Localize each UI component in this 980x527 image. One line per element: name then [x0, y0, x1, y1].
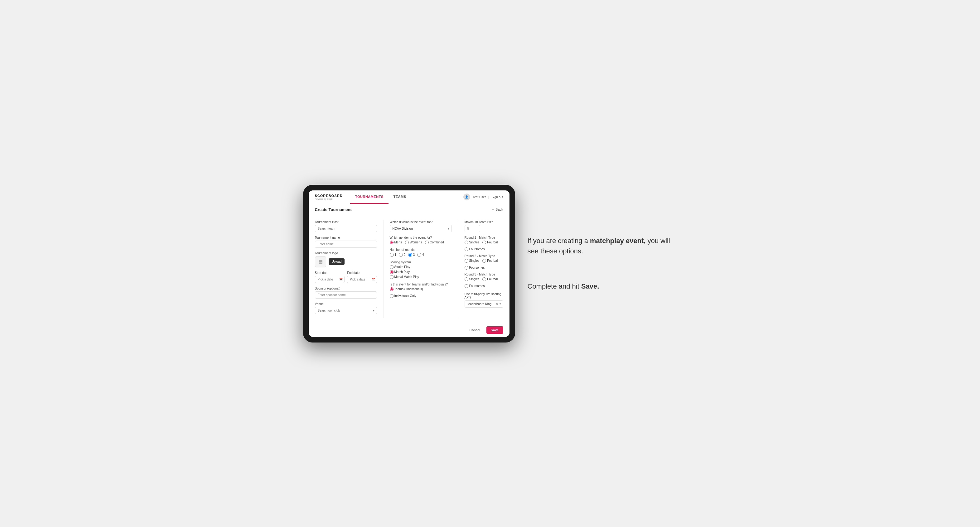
brand-scoreboard: SCOREBOARD [315, 194, 343, 198]
scoring-stroke[interactable]: Stroke Play [390, 265, 410, 269]
round3-foursomes-radio[interactable] [465, 284, 468, 288]
tab-teams[interactable]: TEAMS [388, 190, 411, 204]
venue-input[interactable] [315, 307, 377, 314]
round3-label: Round 3 - Match Type [465, 273, 503, 276]
venue-label: Venue [315, 302, 377, 306]
round-1[interactable]: 1 [390, 253, 397, 257]
annotation-top: If you are creating a matchplay event, y… [528, 236, 677, 256]
logo-area: Upload [315, 256, 377, 267]
gender-group: Which gender is the event for? Mens Wome… [390, 236, 452, 244]
form-layout: Tournament Host Tournament name Tourname… [309, 215, 509, 323]
api-remove-icon[interactable]: ✕ [495, 302, 498, 306]
gender-combined-label: Combined [430, 241, 444, 244]
rounds-label: Number of rounds [390, 248, 452, 251]
user-avatar: 👤 [463, 194, 470, 200]
round1-match-section: Round 1 - Match Type Singles Fourball [465, 236, 503, 251]
round-1-radio[interactable] [390, 253, 394, 257]
tablet-device: SCOREBOARD Powered by clippit TOURNAMENT… [303, 185, 515, 343]
end-date-input[interactable] [347, 276, 377, 283]
rounds-group: Number of rounds 1 2 [390, 248, 452, 257]
gender-combined-radio[interactable] [425, 241, 429, 244]
scoring-stroke-radio[interactable] [390, 265, 393, 269]
gender-womens[interactable]: Womens [405, 241, 422, 244]
round3-fourball-radio[interactable] [482, 277, 486, 281]
scoring-match[interactable]: Match Play [390, 270, 410, 274]
start-date-wrapper [315, 276, 345, 283]
round2-fourball-radio[interactable] [482, 259, 486, 263]
sponsor-label: Sponsor (optional) [315, 287, 377, 290]
logo-placeholder [315, 256, 326, 267]
gender-mens[interactable]: Mens [390, 241, 402, 244]
gender-womens-label: Womens [410, 241, 422, 244]
round2-singles[interactable]: Singles [465, 259, 480, 263]
round-4-radio[interactable] [417, 253, 421, 257]
annotations: If you are creating a matchplay event, y… [528, 236, 677, 291]
round3-singles[interactable]: Singles [465, 277, 480, 281]
round3-fourball[interactable]: Fourball [482, 277, 498, 281]
scoring-radio-group: Stroke Play Match Play Medal Match Play [390, 265, 452, 279]
round-3[interactable]: 3 [408, 253, 415, 257]
round1-singles[interactable]: Singles [465, 241, 480, 244]
round3-singles-radio[interactable] [465, 277, 468, 281]
gender-mens-radio[interactable] [390, 241, 393, 244]
api-value: Leaderboard King [467, 302, 494, 306]
round-3-radio[interactable] [408, 253, 412, 257]
round3-type-group: Singles Fourball Foursomes [465, 277, 503, 288]
navbar: SCOREBOARD Powered by clippit TOURNAMENT… [309, 190, 509, 204]
save-button[interactable]: Save [487, 326, 503, 334]
tab-tournaments[interactable]: TOURNAMENTS [350, 190, 388, 204]
end-date-field: End date [347, 271, 377, 283]
api-label: Use third-party live scoring API? [465, 292, 503, 299]
gender-radio-group: Mens Womens Combined [390, 241, 452, 244]
page-title: Create Tournament [315, 207, 352, 212]
annotation-bottom-text: Complete and hit [528, 283, 581, 290]
max-team-size-input[interactable] [465, 225, 480, 232]
round-2[interactable]: 2 [399, 253, 406, 257]
round-4[interactable]: 4 [417, 253, 424, 257]
navbar-right: 👤 Test User | Sign out [463, 194, 503, 200]
round2-foursomes[interactable]: Foursomes [465, 266, 485, 270]
scoring-match-radio[interactable] [390, 270, 393, 274]
round2-fourball[interactable]: Fourball [482, 259, 498, 263]
teams-radio[interactable] [390, 287, 393, 291]
round1-foursomes-radio[interactable] [465, 248, 468, 251]
round2-singles-radio[interactable] [465, 259, 468, 263]
scoring-medal-radio[interactable] [390, 275, 393, 279]
individuals-radio[interactable] [390, 294, 393, 298]
api-chevron-icon[interactable]: ▾ [500, 302, 501, 305]
round3-foursomes[interactable]: Foursomes [465, 284, 485, 288]
gender-label: Which gender is the event for? [390, 236, 452, 239]
gender-combined[interactable]: Combined [425, 241, 444, 244]
tournament-host-input[interactable] [315, 225, 377, 232]
bottom-bar: Cancel Save [309, 323, 509, 337]
individuals-option[interactable]: Individuals Only [390, 294, 417, 298]
gender-womens-radio[interactable] [405, 241, 409, 244]
sponsor-input[interactable] [315, 291, 377, 298]
round1-foursomes[interactable]: Foursomes [465, 248, 485, 251]
signout-link[interactable]: Sign out [492, 195, 503, 199]
round-2-radio[interactable] [399, 253, 403, 257]
back-link[interactable]: ← Back [491, 208, 503, 211]
nav-tabs: TOURNAMENTS TEAMS [350, 190, 463, 204]
end-date-wrapper [347, 276, 377, 283]
upload-button[interactable]: Upload [329, 258, 345, 265]
teams-option[interactable]: Teams (+Individuals) [390, 287, 423, 291]
round1-singles-radio[interactable] [465, 241, 468, 244]
cancel-button[interactable]: Cancel [466, 327, 483, 333]
scoring-group: Scoring system Stroke Play Match Play [390, 260, 452, 279]
division-select[interactable]: NCAA Division I [390, 225, 452, 232]
max-team-size-group: Maximum Team Size [465, 220, 503, 232]
round1-label: Round 1 - Match Type [465, 236, 503, 239]
round1-fourball[interactable]: Fourball [482, 241, 498, 244]
round2-foursomes-radio[interactable] [465, 266, 468, 270]
scoring-medal[interactable]: Medal Match Play [390, 275, 419, 279]
tournament-host-group: Tournament Host [315, 220, 377, 232]
round3-match-section: Round 3 - Match Type Singles Fourball [465, 273, 503, 288]
round2-label: Round 2 - Match Type [465, 254, 503, 258]
division-group: Which division is the event for? NCAA Di… [390, 220, 452, 232]
division-select-wrapper: NCAA Division I [390, 225, 452, 232]
tournament-name-input[interactable] [315, 241, 377, 248]
round1-fourball-radio[interactable] [482, 241, 486, 244]
start-date-input[interactable] [315, 276, 345, 283]
api-group: Use third-party live scoring API? Leader… [465, 292, 503, 308]
